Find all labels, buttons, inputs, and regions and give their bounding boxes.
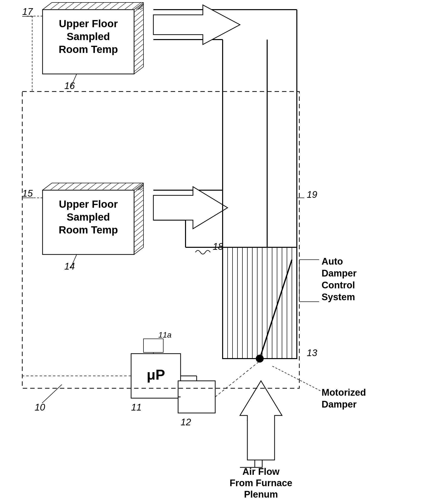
label-10: 10 <box>35 402 45 412</box>
svg-line-20 <box>134 54 143 62</box>
upper-box-top-line2: Sampled <box>67 31 110 42</box>
svg-line-11 <box>134 9 143 17</box>
svg-line-35 <box>132 2 141 9</box>
svg-line-25 <box>58 2 67 9</box>
svg-line-21 <box>134 59 143 67</box>
label-16: 16 <box>64 81 75 91</box>
label-11a: 11a <box>158 330 171 339</box>
svg-marker-44 <box>153 5 240 45</box>
svg-line-34 <box>125 2 134 9</box>
svg-line-74 <box>88 183 96 190</box>
svg-line-71 <box>66 183 74 190</box>
svg-marker-87 <box>153 187 228 229</box>
label-12: 12 <box>181 417 191 427</box>
svg-line-26 <box>66 2 74 9</box>
svg-line-64 <box>134 229 143 237</box>
diagram-container: Upper Floor Sampled Room Temp 17 16 <box>0 0 446 504</box>
svg-line-19 <box>134 49 143 57</box>
label-13: 13 <box>307 348 317 358</box>
air-flow-line2: From Furnace <box>230 478 292 488</box>
svg-rect-117 <box>178 381 215 413</box>
svg-rect-91 <box>223 247 297 359</box>
svg-line-12 <box>134 14 143 22</box>
svg-line-18 <box>134 44 143 52</box>
svg-line-30 <box>95 2 104 9</box>
svg-line-16 <box>134 34 143 42</box>
label-19: 19 <box>307 189 317 200</box>
svg-line-127 <box>42 385 62 403</box>
svg-line-66 <box>134 239 143 247</box>
svg-line-14 <box>134 24 143 32</box>
svg-line-75 <box>95 183 104 190</box>
auto-damper-line2: Damper <box>322 268 357 278</box>
lower-box-line1: Upper Floor <box>59 198 118 210</box>
svg-line-68 <box>43 183 52 190</box>
svg-line-112 <box>272 366 320 391</box>
svg-line-70 <box>58 183 67 190</box>
svg-line-77 <box>110 183 119 190</box>
auto-damper-line4: System <box>322 292 355 302</box>
svg-line-31 <box>103 2 111 9</box>
air-flow-line1: Air Flow <box>242 466 280 477</box>
svg-line-24 <box>51 2 59 9</box>
upper-box-top-line1: Upper Floor <box>59 18 118 29</box>
svg-line-73 <box>80 183 89 190</box>
svg-line-79 <box>125 183 134 190</box>
svg-line-15 <box>134 29 143 37</box>
label-15: 15 <box>22 188 33 199</box>
svg-line-57 <box>134 195 143 203</box>
motorized-damper-line2: Damper <box>322 399 357 410</box>
upper-box-top-line3: Room Temp <box>59 44 118 55</box>
svg-line-62 <box>134 220 143 228</box>
svg-rect-114 <box>143 339 163 352</box>
svg-line-29 <box>88 2 96 9</box>
svg-line-27 <box>73 2 82 9</box>
svg-line-28 <box>80 2 89 9</box>
svg-line-60 <box>134 210 143 218</box>
svg-line-33 <box>117 2 126 9</box>
auto-damper-line3: Control <box>322 280 355 290</box>
label-11: 11 <box>131 402 141 412</box>
svg-line-63 <box>134 225 143 232</box>
svg-line-65 <box>134 234 143 242</box>
svg-line-78 <box>117 183 126 190</box>
air-flow-line3: Plenum <box>244 489 278 500</box>
svg-line-80 <box>132 183 141 190</box>
lower-box-line2: Sampled <box>67 211 110 223</box>
svg-line-118 <box>215 361 260 397</box>
svg-line-72 <box>73 183 82 190</box>
svg-line-69 <box>51 183 59 190</box>
label-18: 18 <box>213 241 223 252</box>
lower-box-line3: Room Temp <box>59 224 118 236</box>
svg-line-32 <box>110 2 119 9</box>
svg-line-23 <box>43 2 52 10</box>
svg-point-107 <box>256 355 264 363</box>
svg-line-61 <box>134 215 143 223</box>
svg-line-58 <box>134 200 143 208</box>
svg-line-56 <box>134 190 143 198</box>
svg-line-59 <box>134 205 143 213</box>
label-17: 17 <box>22 6 33 17</box>
motorized-damper-line1: Motorized <box>322 387 366 398</box>
microprocessor-label: μP <box>147 367 165 383</box>
auto-damper-line1: Auto <box>322 256 343 267</box>
svg-marker-125 <box>240 381 282 460</box>
svg-line-17 <box>134 39 143 47</box>
svg-line-76 <box>103 183 111 190</box>
svg-line-13 <box>134 19 143 27</box>
